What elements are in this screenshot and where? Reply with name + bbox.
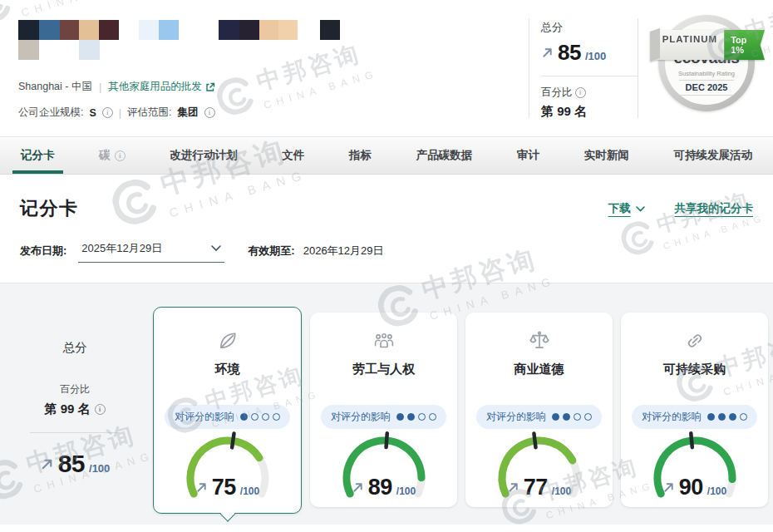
impact-dot [707, 413, 715, 421]
info-icon[interactable] [204, 107, 215, 118]
impact-dot [429, 413, 436, 421]
theme-title: 劳工与人权 [310, 362, 457, 377]
share-scorecard-link[interactable]: 共享我的记分卡 [675, 201, 754, 216]
info-icon [115, 150, 126, 161]
info-icon[interactable] [575, 87, 586, 98]
industry-link[interactable]: 其他家庭用品的批发 [108, 80, 215, 94]
impact-dot [262, 413, 269, 421]
logo-block [259, 20, 278, 40]
chevron-down-icon [636, 206, 645, 212]
impact-dot [563, 413, 570, 421]
theme-gauge: 90 /100 [645, 431, 745, 502]
trend-arrow-icon [195, 481, 208, 494]
scorecard-titlebar: 记分卡 下载 共享我的记分卡 [0, 175, 773, 238]
tab-carbon[interactable]: 碳 [90, 137, 135, 174]
info-icon[interactable] [102, 107, 113, 118]
tab-live-news[interactable]: 实时新闻 [575, 137, 638, 174]
impact-dot [584, 413, 592, 421]
impact-badge: 对评分的影响 [632, 405, 757, 429]
impact-dot [407, 413, 415, 421]
tab-documents[interactable]: 文件 [273, 137, 313, 174]
impact-badge: 对评分的影响 [321, 405, 446, 429]
theme-score-suffix: /100 [396, 485, 416, 497]
percentile-rank: 第 99 名 [541, 104, 638, 120]
download-link[interactable]: 下载 [608, 201, 645, 216]
theme-gauge: 89 /100 [334, 431, 434, 502]
divider: | [99, 81, 101, 93]
logo-block [159, 20, 179, 40]
scope-label: 评估范围: [127, 106, 171, 120]
logo-block [79, 40, 100, 60]
logo-block [39, 20, 60, 40]
company-logo-redacted [18, 20, 376, 62]
chevron-down-icon [211, 245, 221, 252]
overall-label: 总分 [0, 340, 150, 356]
overall-score-panel: 总分 百分比 第 99 名 85 /100 [0, 283, 150, 525]
tab-product-carbon-data[interactable]: 产品碳数据 [407, 137, 482, 174]
scales-icon [465, 329, 613, 354]
logo-block [219, 20, 239, 40]
company-size-value: S [89, 107, 96, 119]
badge-top-percent-tag: Top 1% [724, 30, 765, 60]
tab-scorecard[interactable]: 记分卡 [12, 137, 64, 174]
impact-dot [574, 413, 581, 421]
impact-badge: 对评分的影响 [476, 405, 602, 429]
external-link-icon [205, 82, 215, 92]
percentile-label: 百分比 [541, 86, 573, 100]
tab-audit[interactable]: 审计 [508, 137, 549, 174]
impact-dots [396, 413, 436, 421]
badge-subtitle: Sustainability Rating [678, 70, 735, 77]
trend-arrow-icon [40, 457, 54, 471]
badge-ribbon: PLATINUM Top 1% [650, 30, 765, 60]
logo-block [79, 20, 99, 40]
company-size-label: 公司企业规模: [18, 106, 83, 120]
total-score-suffix: /100 [585, 50, 606, 62]
trend-arrow-icon [541, 47, 554, 59]
theme-card-environment[interactable]: 环境 对评分的影响 75 /100 [153, 307, 302, 514]
overall-percentile-label: 百分比 [0, 382, 150, 397]
impact-label: 对评分的影响 [486, 410, 546, 424]
logo-block [239, 20, 259, 40]
theme-score-value: 89 [368, 475, 392, 500]
impact-dot [418, 413, 426, 421]
theme-card-labor-human-rights[interactable]: 劳工与人权 对评分的影响 89 /100 [310, 313, 457, 507]
impact-dot [729, 413, 736, 421]
theme-score-value: 77 [524, 475, 548, 500]
publish-date-select[interactable]: 2025年12月29日 [78, 239, 224, 263]
date-row: 发布日期: 2025年12月29日 有效期至: 2026年12月29日 [0, 238, 773, 283]
impact-label: 对评分的影响 [331, 410, 391, 424]
impact-dot [240, 413, 248, 421]
theme-cards: 环境 对评分的影响 75 /100 劳工与人权 对评分的影响 [150, 283, 773, 525]
badge-date: DEC 2025 [679, 80, 735, 96]
logo-block [320, 20, 340, 40]
impact-badge: 对评分的影响 [165, 405, 290, 429]
info-icon[interactable] [95, 404, 106, 415]
total-score-label: 总分 [541, 20, 638, 35]
theme-title: 可持续采购 [621, 362, 768, 377]
tab-sustainability-activities[interactable]: 可持续发展活动 [665, 137, 762, 174]
impact-dots [552, 413, 592, 421]
logo-block [278, 20, 298, 40]
trend-arrow-icon [352, 481, 364, 494]
impact-dot [396, 413, 404, 421]
theme-title: 环境 [154, 362, 301, 377]
impact-label: 对评分的影响 [175, 410, 234, 424]
theme-card-sustainable-procurement[interactable]: 可持续采购 对评分的影响 90 /100 [621, 313, 768, 507]
impact-dots [240, 413, 280, 421]
tab-bar: 记分卡碳改进行动计划文件指标产品碳数据审计实时新闻可持续发展活动 [0, 136, 773, 175]
theme-score-suffix: /100 [552, 485, 571, 497]
leaf-icon [154, 329, 301, 354]
theme-score-value: 90 [679, 475, 703, 500]
total-score-value: 85 [558, 40, 581, 66]
theme-score-suffix: /100 [707, 485, 726, 497]
tab-metrics[interactable]: 指标 [340, 137, 381, 174]
overall-rank: 第 99 名 [44, 401, 90, 417]
trend-arrow-icon [662, 481, 675, 494]
tab-improvement-plan[interactable]: 改进行动计划 [161, 137, 247, 174]
badge-level: PLATINUM [655, 30, 726, 60]
logo-block [99, 20, 119, 40]
theme-card-business-ethics[interactable]: 商业道德 对评分的影响 77 /100 [465, 313, 613, 507]
scope-value: 集团 [178, 106, 199, 120]
logo-block [60, 20, 79, 40]
company-location: Shanghai - 中国 [18, 80, 92, 94]
